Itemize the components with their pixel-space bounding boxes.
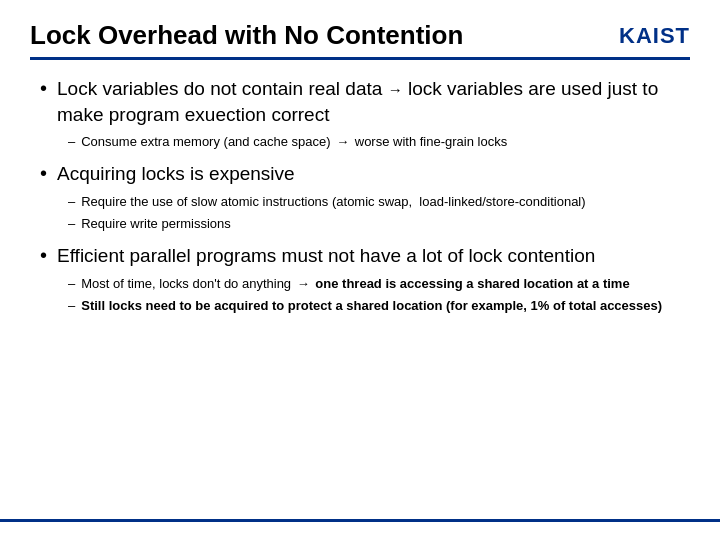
sub-text-1a: Consume extra memory (and cache space) →… <box>81 133 507 151</box>
sub-dash-2b: – <box>68 216 75 231</box>
bullet-dot-3: • <box>40 244 47 267</box>
footer-line <box>0 519 720 522</box>
sub-text-3a: Most of time, locks don't do anything → … <box>81 275 629 293</box>
sub-bullet-2a: – Require the use of slow atomic instruc… <box>68 193 680 211</box>
bullet-2-text: Acquiring locks is expensive <box>57 161 295 187</box>
slide: Lock Overhead with No Contention KAIST •… <box>0 0 720 540</box>
sub-bullets-2: – Require the use of slow atomic instruc… <box>68 193 680 233</box>
bullet-dot-1: • <box>40 77 47 100</box>
slide-header: Lock Overhead with No Contention KAIST <box>30 20 690 60</box>
bullet-3: • Efficient parallel programs must not h… <box>40 243 680 269</box>
sub-bullets-3: – Most of time, locks don't do anything … <box>68 275 680 315</box>
sub-dash-3a: – <box>68 276 75 291</box>
slide-title: Lock Overhead with No Contention <box>30 20 463 51</box>
sub-text-3b: Still locks need to be acquired to prote… <box>81 297 662 315</box>
sub-dash-2a: – <box>68 194 75 209</box>
sub-bullet-2b: – Require write permissions <box>68 215 680 233</box>
sub-bullets-1: – Consume extra memory (and cache space)… <box>68 133 680 151</box>
sub-bullet-1a: – Consume extra memory (and cache space)… <box>68 133 680 151</box>
slide-content: • Lock variables do not contain real dat… <box>30 76 690 316</box>
sub-bullet-3a: – Most of time, locks don't do anything … <box>68 275 680 293</box>
bullet-1: • Lock variables do not contain real dat… <box>40 76 680 127</box>
bullet-dot-2: • <box>40 162 47 185</box>
sub-dash-3b: – <box>68 298 75 313</box>
sub-dash-1a: – <box>68 134 75 149</box>
bullet-2: • Acquiring locks is expensive <box>40 161 680 187</box>
sub-text-2a: Require the use of slow atomic instructi… <box>81 193 585 211</box>
bullet-3-text: Efficient parallel programs must not hav… <box>57 243 595 269</box>
kaist-logo: KAIST <box>619 23 690 49</box>
sub-bullet-3b: – Still locks need to be acquired to pro… <box>68 297 680 315</box>
bullet-1-text: Lock variables do not contain real data … <box>57 76 680 127</box>
sub-text-2b: Require write permissions <box>81 215 231 233</box>
